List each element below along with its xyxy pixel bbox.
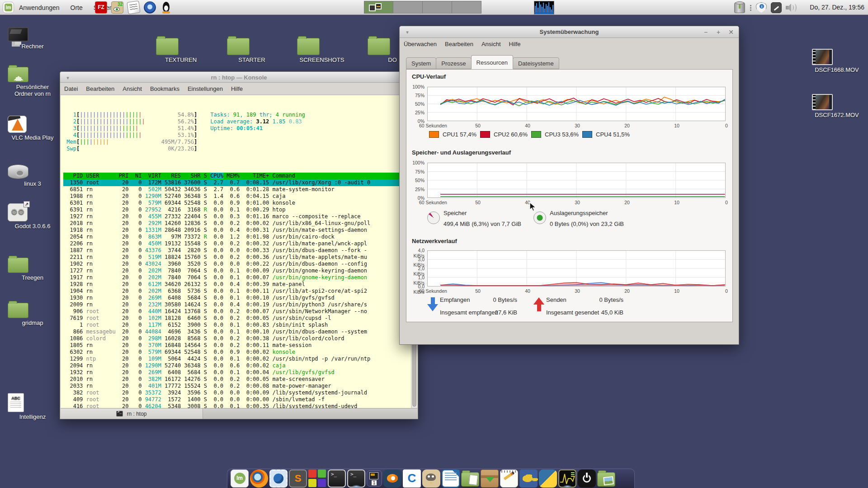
overflow-dots-icon[interactable] <box>749 2 752 13</box>
htop-process-row[interactable]: 2094 rn 20 0 1290M 52740 36348 S 0.0 0.6… <box>63 362 417 369</box>
shield-info-icon[interactable] <box>756 2 767 13</box>
shade-icon[interactable]: ▾ <box>64 72 71 84</box>
desktop-icon-treegen[interactable]: Treegen <box>8 258 57 281</box>
htop-process-row[interactable]: 6391 rn 20 0 27952 4216 3168 R 0.0 0.1 0… <box>63 206 417 213</box>
htop-process-row[interactable]: 2010 rn 20 0 382M 16172 14276 S 0.0 0.2 … <box>63 376 417 383</box>
desktop-icon-intelligenz[interactable]: ABCIntelligenz <box>8 393 57 420</box>
minimize-icon[interactable]: − <box>703 26 709 38</box>
htop-process-row[interactable]: 7619 root 20 0 102M 18128 6460 S 0.0 0.2… <box>63 315 417 322</box>
menu-ansicht[interactable]: Ansicht <box>477 41 505 47</box>
teatime-icon[interactable] <box>519 469 538 488</box>
firefox-icon[interactable] <box>250 469 268 488</box>
tablet-icon[interactable] <box>771 2 782 13</box>
desktop-folder-texturen[interactable]: TEXTUREN <box>156 38 206 63</box>
htop-process-row[interactable]: 1904 rn 20 0 202M 6368 5736 S 0.0 0.1 0:… <box>63 288 417 295</box>
htop-process-row[interactable]: 6302 rn 20 0 579M 69344 52548 S 0.0 0.9 … <box>63 349 417 356</box>
htop-process-row[interactable]: 6301 rn 20 0 579M 69344 52548 S 0.0 0.9 … <box>63 200 417 206</box>
htop-process-row[interactable]: 1 root 20 0 117M 6152 3900 S 0.0 0.1 0:0… <box>63 322 417 328</box>
htop-process-row[interactable]: 906 root 20 0 440M 16424 13768 S 0.0 0.2… <box>63 308 417 315</box>
htop-process-row[interactable]: 1727 rn 20 0 202M 7840 7064 S 0.0 0.1 0:… <box>63 267 417 274</box>
htop-process-row[interactable]: 1928 rn 20 0 612M 34620 26132 S 0.0 0.4 … <box>63 281 417 288</box>
desktop-icon-linux-3[interactable]: linux 3 <box>8 164 57 187</box>
close-icon[interactable]: ✕ <box>728 26 734 38</box>
desktop-file-dscf1672-mov[interactable]: DSCF1672.MOV <box>812 94 862 118</box>
filezilla-icon[interactable]: FZ <box>95 1 107 14</box>
terminal-icon[interactable] <box>328 469 346 488</box>
tab-dateisysteme[interactable]: Dateisysteme <box>513 57 559 69</box>
workspace-1[interactable] <box>364 1 393 14</box>
htop-process-row[interactable]: 1917 rn 20 0 202M 7840 7064 S 0.0 0.1 0:… <box>63 274 417 281</box>
htop-process-row[interactable]: 416 root 20 0 46204 5348 3008 S 0.0 0.1 … <box>63 403 417 408</box>
python-icon[interactable] <box>539 469 557 488</box>
htop-process-row[interactable]: 2009 rn 20 0 232M 30580 14624 S 0.0 0.4 … <box>63 301 417 308</box>
htop-process-row[interactable]: 1350 root 20 0 172M 53816 37600 S 2.7 0.… <box>63 179 417 186</box>
maximize-icon[interactable]: + <box>715 26 722 38</box>
menu-überwachen[interactable]: Überwachen <box>400 41 441 47</box>
news-reader-icon[interactable] <box>127 0 140 14</box>
panel-clock[interactable]: Do, 27. Dez., 19:56 <box>810 0 864 15</box>
htop-process-row[interactable]: 2018 rn 20 0 292M 14260 12836 S 0.0 0.2 … <box>63 220 417 227</box>
camera-icon[interactable] <box>144 1 156 14</box>
htop-process-row[interactable]: 1927 rn 20 0 455M 27332 22404 S 0.0 0.3 … <box>63 213 417 220</box>
desktop-icon-persönlicher-ordner-von-rn[interactable]: Persönlicher Ordner von rn <box>8 67 57 97</box>
htop-process-row[interactable]: 1930 rn 20 0 269M 6408 5684 S 0.0 0.1 0:… <box>63 295 417 301</box>
htop-process-row[interactable]: 866 messagebu 20 0 44084 4696 3436 S 0.0… <box>63 328 417 335</box>
package-installer-icon[interactable] <box>481 469 499 488</box>
notes-icon[interactable] <box>500 469 518 488</box>
menu-einstellungen[interactable]: Einstellungen <box>184 85 227 92</box>
trash-icon[interactable] <box>734 2 745 13</box>
menu-datei[interactable]: Datei <box>60 85 82 92</box>
desktop-icon-vlc-media-play[interactable]: VLC Media Play <box>8 116 57 141</box>
tab-prozesse[interactable]: Prozesse <box>436 57 471 69</box>
mint-menu-icon[interactable]: lm <box>231 469 249 488</box>
screenshots-folder-icon[interactable] <box>597 472 615 487</box>
htop-process-row[interactable]: 1918 rn 20 0 1331M 28648 20916 S 0.0 0.4… <box>63 227 417 234</box>
workspace-pager-icon[interactable]: 1 <box>367 470 382 487</box>
workspace-3[interactable] <box>423 1 452 14</box>
menu-ansicht[interactable]: Ansicht <box>118 85 146 92</box>
documents-folder-icon[interactable] <box>461 472 479 487</box>
desktop-icon-gridmap[interactable]: gridmap <box>8 303 57 326</box>
image-viewer-icon[interactable]: 32 <box>111 1 123 14</box>
tux-icon[interactable] <box>160 1 172 14</box>
desktop-folder-starter[interactable]: STARTER <box>227 38 277 63</box>
sysmon-titlebar[interactable]: ▾ Systemüberwachung − + ✕ <box>400 26 739 38</box>
tab-system[interactable]: System <box>406 57 436 69</box>
htop-process-row[interactable]: 2206 rn 20 0 450M 19132 15548 S 0.0 0.2 … <box>63 240 417 247</box>
menu-hilfe[interactable]: Hilfe <box>505 41 525 47</box>
workspace-2[interactable] <box>393 1 423 14</box>
shade-icon[interactable]: ▾ <box>404 26 411 38</box>
power-icon[interactable] <box>578 469 596 488</box>
thunderbird-icon[interactable] <box>269 469 288 488</box>
system-monitor-dock-icon[interactable] <box>558 469 576 488</box>
desktop-icon-godot-3-0-6-6[interactable]: ⚙⚙↗Godot 3.0.6.6 <box>8 203 57 230</box>
workspace-4[interactable] <box>452 1 481 14</box>
mint-menu-icon[interactable]: lm <box>3 2 14 13</box>
htop-process-row[interactable]: 1086 colord 20 0 298M 16028 8568 S 0.0 0… <box>63 335 417 342</box>
htop-process-row[interactable]: 1932 rn 20 0 269M 6408 5684 S 0.0 0.1 0:… <box>63 369 417 376</box>
htop-process-row[interactable]: 1902 rn 20 0 43024 3960 3520 S 0.0 0.0 0… <box>63 261 417 267</box>
htop-process-row[interactable]: 2033 rn 20 0 401M 17772 15524 S 0.0 0.2 … <box>63 383 417 389</box>
desktop-folder-screenshots[interactable]: SCREENSHOTS <box>297 38 347 63</box>
htop-process-row[interactable]: 6851 rn 20 0 502M 50432 34636 S 2.7 0.6 … <box>63 186 417 193</box>
htop-process-row[interactable]: 1299 ntp 20 0 109M 5064 4424 S 0.0 0.1 0… <box>63 356 417 362</box>
konsole-titlebar[interactable]: ▾ rn : htop — Konsole <box>60 72 418 83</box>
chromium-icon[interactable]: C <box>403 469 421 488</box>
menu-anwendungen[interactable]: Anwendungen <box>19 4 60 11</box>
packages-icon[interactable] <box>308 469 326 488</box>
menu-bookmarks[interactable]: Bookmarks <box>146 85 184 92</box>
sublime-text-icon[interactable]: S <box>289 469 307 488</box>
htop-process-row[interactable]: 2054 rn 20 0 863M 97M 73372 R 0.0 1.2 0:… <box>63 234 417 240</box>
htop-process-row[interactable]: 2211 rn 20 0 519M 18824 15760 S 0.0 0.2 … <box>63 254 417 261</box>
menu-hilfe[interactable]: Hilfe <box>227 85 247 92</box>
htop-process-row[interactable]: 1805 rn 20 0 370M 16848 14564 S 0.0 0.2 … <box>63 342 417 349</box>
menu-orte[interactable]: Orte <box>71 4 83 11</box>
desktop-file-dscf1668-mov[interactable]: DSCF1668.MOV <box>812 49 862 73</box>
blender-icon[interactable] <box>383 469 401 488</box>
gimp-icon[interactable] <box>422 469 440 488</box>
htop-process-row[interactable]: 382 root 20 0 35372 3924 3596 S 0.0 0.0 … <box>63 389 417 396</box>
audio-spectrum-applet-icon[interactable] <box>534 1 554 14</box>
htop-process-row[interactable]: 1887 rn 20 0 43376 3744 2820 S 0.0 0.0 0… <box>63 247 417 254</box>
tab-ressourcen[interactable]: Ressourcen <box>471 55 513 69</box>
konsole-tab[interactable]: rn : htop <box>61 408 203 419</box>
